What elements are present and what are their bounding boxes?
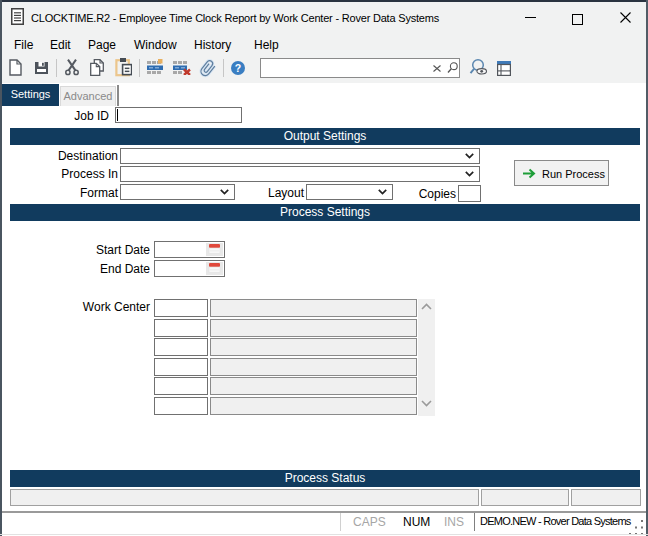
svg-text:?: ? [235, 62, 241, 74]
